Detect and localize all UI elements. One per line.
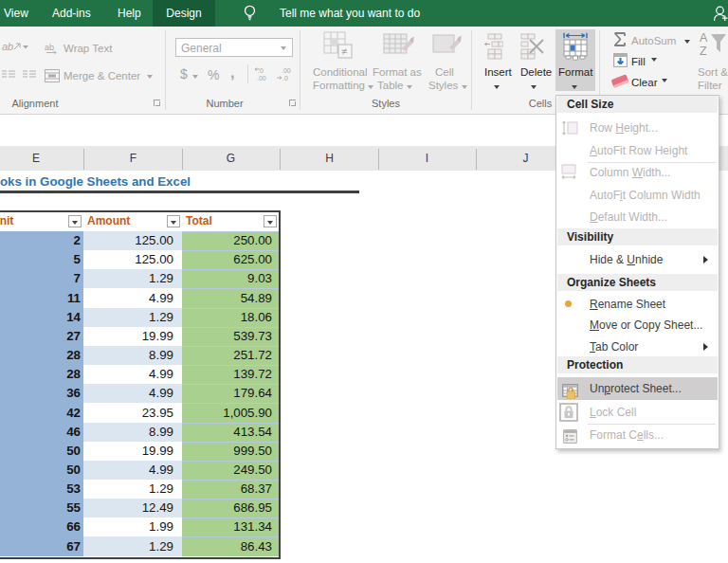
svg-text:A: A <box>700 31 708 45</box>
svg-text:.0: .0 <box>282 75 288 82</box>
svg-text:ab: ab <box>45 43 54 52</box>
svg-text:ab: ab <box>2 41 13 52</box>
svg-text:.00: .00 <box>282 67 291 74</box>
svg-text:.0: .0 <box>258 67 264 74</box>
svg-text:≠: ≠ <box>341 45 347 57</box>
svg-text:.00: .00 <box>257 75 266 82</box>
svg-text:Z: Z <box>700 45 707 58</box>
